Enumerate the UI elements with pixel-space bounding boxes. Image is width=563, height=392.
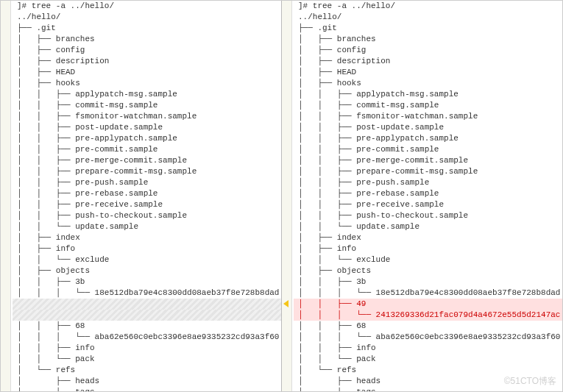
tree-line: │ ├── hooks bbox=[294, 78, 562, 89]
tree-line: │ ├── heads bbox=[13, 376, 281, 387]
tree-line: │ ├── hooks bbox=[13, 78, 281, 89]
tree-line: │ │ ├── pre-push.sample bbox=[294, 177, 562, 188]
tree-line: │ ├── description bbox=[294, 56, 562, 67]
tree-line: │ │ ├── pre-applypatch.sample bbox=[13, 133, 281, 144]
tree-line: │ │ ├── 3b bbox=[13, 277, 281, 288]
tree-line: │ │ └── exclude bbox=[294, 254, 562, 266]
tree-line: │ │ ├── pre-receive.sample bbox=[294, 199, 562, 210]
tree-line: │ │ │ └── 18e512dba79e4c8300dd08aeb37f8e… bbox=[294, 288, 562, 299]
tree-line: ├── .git bbox=[294, 23, 562, 34]
root-path: ../hello/ bbox=[13, 12, 281, 23]
tree-line: │ │ ├── pre-rebase.sample bbox=[294, 188, 562, 199]
tree-line: │ ├── HEAD bbox=[13, 67, 281, 78]
tree-line: │ │ ├── 3b bbox=[294, 277, 562, 288]
tree-line: │ │ ├── commit-msg.sample bbox=[294, 100, 562, 111]
diff-left-pane[interactable]: ]# tree -a ../hello/ ../hello/ ├── .git│… bbox=[1, 1, 282, 391]
tree-line: │ ├── index bbox=[294, 232, 562, 243]
tree-line: │ │ └── update.sample bbox=[294, 221, 562, 232]
tree-line: │ │ ├── fsmonitor-watchman.sample bbox=[294, 111, 562, 122]
tree-line: │ │ ├── post-update.sample bbox=[13, 122, 281, 133]
tree-line: │ │ ├── applypatch-msg.sample bbox=[294, 89, 562, 100]
tree-line: │ └── tags bbox=[294, 387, 562, 391]
tree-line: │ │ ├── post-update.sample bbox=[294, 122, 562, 133]
tree-line: │ │ ├── applypatch-msg.sample bbox=[13, 89, 281, 100]
command-line: ]# tree -a ../hello/ bbox=[294, 1, 562, 12]
tree-line: │ │ └── pack bbox=[294, 354, 562, 365]
tree-line: │ │ ├── pre-push.sample bbox=[13, 177, 281, 188]
tree-line: │ │ └── pack bbox=[13, 354, 281, 365]
tree-line: │ ├── branches bbox=[13, 34, 281, 45]
tree-line: │ │ │ └── aba62e560c0ebc3396e8ae9335232c… bbox=[294, 332, 562, 343]
tree-line: │ │ ├── fsmonitor-watchman.sample bbox=[13, 111, 281, 122]
tree-line: │ │ ├── pre-receive.sample bbox=[13, 199, 281, 210]
tree-line: │ └── tags bbox=[13, 387, 281, 391]
tree-line: │ │ │ └── 18e512dba79e4c8300dd08aeb37f8e… bbox=[13, 288, 281, 299]
tree-line: │ │ ├── pre-commit.sample bbox=[294, 144, 562, 155]
tree-line: │ ├── heads bbox=[294, 376, 562, 387]
tree-line: │ │ ├── 68 bbox=[13, 321, 281, 332]
tree-line: │ │ ├── 49 bbox=[294, 299, 562, 310]
tree-line: │ ├── objects bbox=[294, 266, 562, 277]
tree-line: │ │ │ └── 2413269336d21fac079d4a4672e55d… bbox=[294, 310, 562, 321]
tree-line: │ │ ├── push-to-checkout.sample bbox=[294, 210, 562, 221]
tree-line bbox=[13, 299, 281, 310]
tree-line: │ ├── info bbox=[13, 243, 281, 254]
tree-line bbox=[13, 310, 281, 321]
tree-line: │ │ ├── prepare-commit-msg.sample bbox=[13, 166, 281, 177]
tree-line: │ └── refs bbox=[294, 365, 562, 376]
tree-line: │ │ ├── pre-rebase.sample bbox=[13, 188, 281, 199]
tree-line: │ ├── config bbox=[13, 45, 281, 56]
tree-line: │ ├── config bbox=[294, 45, 562, 56]
tree-line: │ │ │ └── aba62e560c0ebc3396e8ae9335232c… bbox=[13, 332, 281, 343]
diff-right-pane[interactable]: ]# tree -a ../hello/ ../hello/ ├── .git│… bbox=[282, 1, 562, 391]
command-line: ]# tree -a ../hello/ bbox=[13, 1, 281, 12]
tree-line: │ │ ├── pre-merge-commit.sample bbox=[13, 155, 281, 166]
tree-line: │ │ ├── 68 bbox=[294, 321, 562, 332]
tree-line: │ ├── HEAD bbox=[294, 67, 562, 78]
tree-line: │ │ ├── info bbox=[294, 343, 562, 354]
tree-line: │ ├── index bbox=[13, 232, 281, 243]
tree-line: │ │ ├── info bbox=[13, 343, 281, 354]
tree-line: ├── .git bbox=[13, 23, 281, 34]
tree-line: │ ├── info bbox=[294, 243, 562, 254]
tree-line: │ │ ├── pre-merge-commit.sample bbox=[294, 155, 562, 166]
tree-line: │ ├── objects bbox=[13, 266, 281, 277]
tree-line: │ │ └── exclude bbox=[13, 254, 281, 266]
tree-line: │ ├── description bbox=[13, 56, 281, 67]
tree-line: │ │ ├── push-to-checkout.sample bbox=[13, 210, 281, 221]
tree-line: │ │ ├── pre-commit.sample bbox=[13, 144, 281, 155]
tree-line: │ └── refs bbox=[13, 365, 281, 376]
tree-line: │ │ ├── prepare-commit-msg.sample bbox=[294, 166, 562, 177]
tree-line: │ │ ├── commit-msg.sample bbox=[13, 100, 281, 111]
root-path: ../hello/ bbox=[294, 12, 562, 23]
tree-line: │ │ ├── pre-applypatch.sample bbox=[294, 133, 562, 144]
tree-line: │ ├── branches bbox=[294, 34, 562, 45]
diff-marker-icon bbox=[283, 300, 288, 307]
tree-line: │ │ └── update.sample bbox=[13, 221, 281, 232]
